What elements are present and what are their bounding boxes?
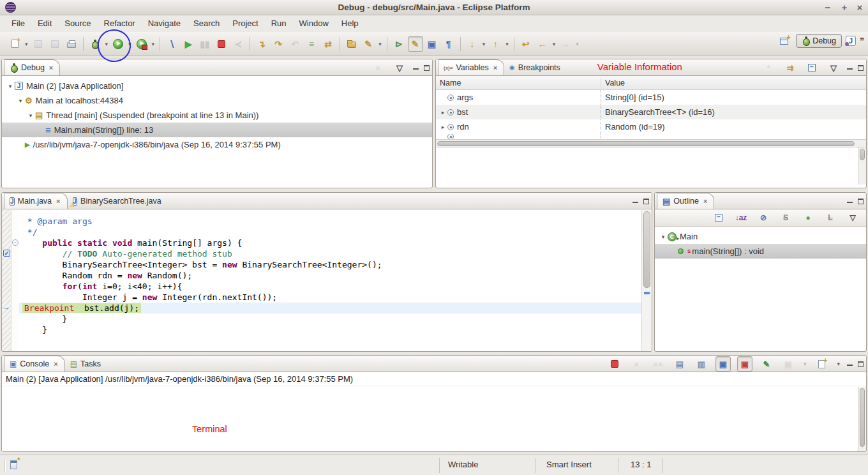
print-button[interactable] (64, 36, 79, 52)
debug-tree-row[interactable]: ▾⚙Main at localhost:44384 (2, 93, 432, 108)
maximize-button[interactable]: + (837, 0, 851, 15)
mark-occurrences-button[interactable]: ✎ (361, 36, 376, 52)
back-dropdown[interactable]: ▾ (551, 41, 558, 47)
maximize-icon[interactable] (424, 65, 430, 71)
code-line[interactable]: * @param args (22, 216, 641, 227)
use-step-filters-button[interactable]: ⇄ (320, 36, 336, 52)
terminate-button[interactable] (214, 36, 229, 52)
maximize-icon[interactable] (643, 199, 649, 204)
toggle-highlight-button[interactable]: ✎ (408, 36, 423, 52)
show-logical-structures-button[interactable]: ⇉ (782, 60, 798, 75)
previous-annotation-dropdown[interactable]: ▾ (504, 41, 511, 47)
show-whitespace-button[interactable]: ¶ (441, 36, 456, 52)
step-over-button[interactable]: ↷ (271, 36, 286, 52)
code-line[interactable]: BinarySearchTree<Integer> bst = new Bina… (22, 259, 641, 270)
skip-all-breakpoints-button[interactable]: ∖ (164, 36, 179, 52)
debug-tree-row[interactable]: ▶/usr/lib/jvm/java-7-openjdk-i386/bin/ja… (2, 137, 432, 152)
close-icon[interactable]: × (54, 360, 57, 368)
console-vscrollbar[interactable] (858, 387, 866, 451)
editor-gutter[interactable]: ✓→ − (2, 210, 19, 351)
hide-non-public-button[interactable]: ● (800, 210, 816, 225)
menu-edit[interactable]: Edit (31, 15, 58, 32)
menu-project[interactable]: Project (226, 15, 264, 32)
expander-icon[interactable]: ▾ (6, 83, 15, 89)
clear-console-button[interactable]: ▤ (672, 356, 687, 372)
detail-vscrollbar[interactable] (858, 147, 866, 185)
menu-run[interactable]: Run (265, 15, 293, 32)
code-line[interactable]: for(int i=0; i<40; i++){ (22, 281, 641, 292)
minimize-icon[interactable] (847, 66, 853, 70)
outline-collapse-all-button[interactable] (711, 210, 726, 225)
open-element-button[interactable] (344, 36, 359, 52)
instruction-pointer-icon[interactable]: → (3, 303, 10, 312)
pin-console-button[interactable]: ✎ (759, 356, 774, 372)
new-wizard-dropdown[interactable]: ▾ (23, 41, 30, 47)
tab-console[interactable]: ▣Console× (4, 356, 65, 372)
new-wizard-button[interactable] (7, 36, 22, 52)
code-line[interactable]: public static void main(String[] args) { (22, 238, 641, 248)
maximize-icon[interactable] (858, 361, 864, 367)
display-selected-console-button[interactable]: ▣ (781, 356, 796, 372)
resume-button[interactable]: ▶ (181, 36, 196, 52)
code-line[interactable]: // TODO Auto-generated method stub (22, 248, 641, 259)
variables-hscrollbar[interactable] (436, 139, 866, 147)
show-stdout-button[interactable]: ▣ (715, 356, 731, 372)
expander-icon[interactable]: ▸ (438, 109, 447, 116)
run-external-tools-dropdown[interactable]: ▾ (150, 41, 157, 47)
close-icon[interactable]: × (703, 197, 707, 205)
minimize-icon[interactable] (632, 200, 638, 203)
hide-local-types-button[interactable]: L (823, 210, 838, 225)
scroll-lock-button[interactable]: ▥ (694, 356, 709, 372)
menu-navigate[interactable]: Navigate (142, 15, 187, 32)
debug-perspective-button[interactable]: Debug (796, 34, 842, 48)
forward-button[interactable]: → (558, 36, 573, 52)
step-return-button[interactable]: ↶ (287, 36, 303, 52)
outline-node[interactable]: ▾CMain (655, 229, 866, 244)
outline-view-menu[interactable]: ▽ (845, 210, 860, 225)
expander-icon[interactable]: ▾ (16, 98, 25, 104)
debug-tree-row[interactable]: ▾▤Thread [main] (Suspended (breakpoint a… (2, 108, 432, 123)
console-terminate-button[interactable] (607, 356, 622, 372)
save-button[interactable] (31, 36, 46, 52)
next-annotation-dropdown[interactable]: ▾ (481, 41, 488, 47)
debug-tree-row[interactable]: ▾JMain (2) [Java Application] (2, 79, 432, 93)
variable-row[interactable]: argsString[0] (id=15) (436, 90, 866, 105)
tab-tasks[interactable]: ▤Tasks (65, 356, 107, 372)
debug-tree-row[interactable]: ≡Main.main(String[]) line: 13 (2, 123, 432, 137)
open-perspective-button[interactable] (776, 33, 791, 49)
expander-icon[interactable]: ▾ (26, 112, 35, 119)
fold-collapse-icon[interactable]: − (12, 239, 19, 246)
close-icon[interactable]: × (49, 64, 53, 72)
hide-static-members-button[interactable]: S (778, 210, 793, 225)
tab-breakpoints[interactable]: ◉Breakpoints (504, 59, 567, 75)
remove-all-terminated-button[interactable]: × (370, 60, 385, 75)
expander-icon[interactable]: ▸ (438, 124, 447, 130)
show-stderr-button[interactable]: ▣ (737, 356, 752, 372)
step-into-button[interactable]: ↴ (254, 36, 269, 52)
variables-detail-pane[interactable] (436, 147, 866, 185)
menu-window[interactable]: Window (293, 15, 335, 32)
next-annotation-button[interactable]: ↓ (465, 36, 480, 52)
menu-file[interactable]: File (5, 15, 31, 32)
open-console-dropdown[interactable]: ▾ (835, 361, 842, 367)
menu-source[interactable]: Source (58, 15, 97, 32)
menu-search[interactable]: Search (187, 15, 226, 32)
drop-to-frame-button[interactable]: ≡ (304, 36, 319, 52)
code-line[interactable]: Integer j = new Integer(rdn.nextInt()); (22, 292, 641, 303)
mark-occurrences-dropdown[interactable]: ▾ (377, 41, 384, 47)
expander-icon[interactable]: ▾ (659, 234, 668, 240)
tab-debug[interactable]: Debug × (4, 59, 60, 75)
task-marker-icon[interactable]: ✓ (3, 250, 10, 257)
menu-help[interactable]: Help (335, 15, 365, 32)
menu-refactor[interactable]: Refactor (98, 15, 142, 32)
java-perspective-button[interactable]: J (846, 36, 856, 46)
open-console-button[interactable] (814, 356, 829, 372)
editor-vscrollbar[interactable] (641, 210, 652, 351)
code-line[interactable]: } (22, 324, 641, 335)
hide-fields-button[interactable]: ⊘ (756, 210, 771, 225)
console-output[interactable]: Terminal (2, 403, 857, 451)
close-icon[interactable]: × (56, 197, 60, 205)
close-button[interactable]: × (853, 0, 867, 15)
code-editor[interactable]: * @param args */ public static void main… (19, 210, 641, 351)
variable-row[interactable]: ▸bstBinarySearchTree<T> (id=16) (436, 105, 866, 119)
